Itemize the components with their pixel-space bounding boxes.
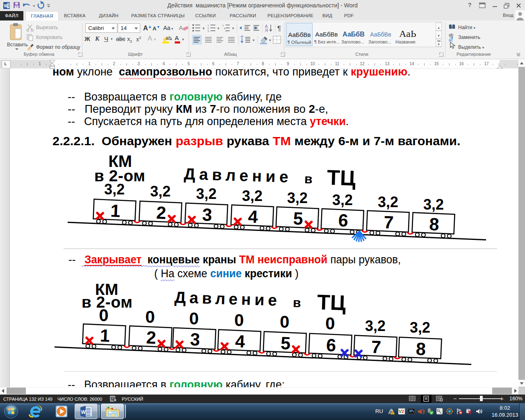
svg-text:2: 2 [146,327,157,347]
svg-text:0: 0 [189,309,199,328]
svg-text:W: W [81,409,86,415]
svg-text:3,2: 3,2 [410,319,430,336]
svg-text:7: 7 [371,337,381,357]
svg-text:5: 5 [280,333,291,353]
svg-text:ТЦ: ТЦ [317,290,346,315]
svg-text:0: 0 [234,310,244,330]
svg-text:0: 0 [99,306,108,325]
svg-text:1: 1 [100,326,110,346]
svg-text:3: 3 [190,329,201,349]
svg-text:Давление: Давление [174,288,281,309]
svg-text:6: 6 [326,335,336,355]
svg-text:0: 0 [325,314,335,333]
svg-text:0: 0 [280,312,289,331]
svg-text:2: 2 [402,409,404,414]
svg-text:!: ! [392,411,393,414]
svg-text:в: в [293,295,301,310]
svg-text:3,2: 3,2 [365,317,386,334]
svg-text:8: 8 [415,339,426,359]
svg-text:0: 0 [145,307,155,326]
svg-text:4: 4 [235,331,245,351]
